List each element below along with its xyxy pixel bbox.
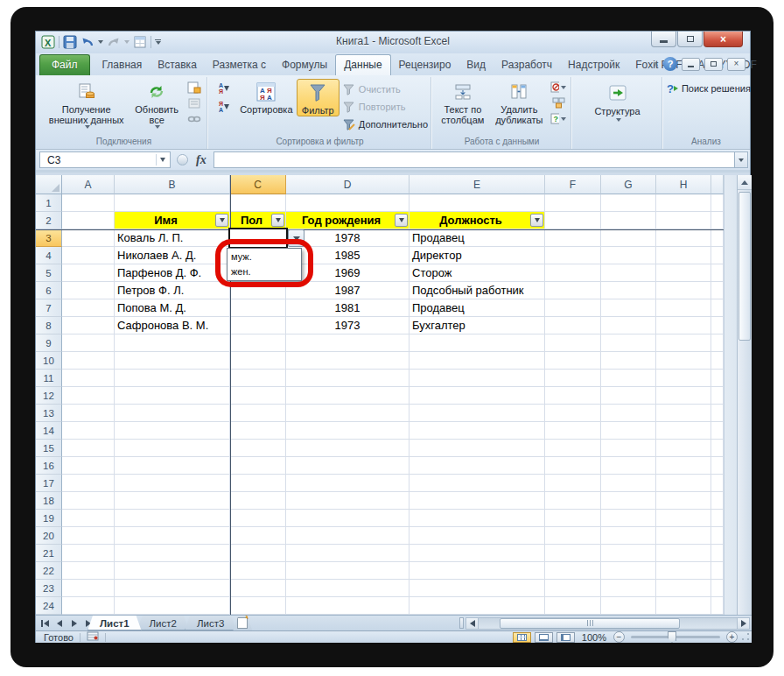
- cell-C17[interactable]: [230, 475, 286, 492]
- row-header-10[interactable]: 10: [36, 352, 62, 370]
- consolidate-icon[interactable]: [550, 96, 566, 109]
- cell-G22[interactable]: [601, 562, 656, 580]
- cell-B4[interactable]: Николаев А. Д.: [115, 247, 230, 264]
- doc-restore-button[interactable]: [704, 58, 723, 71]
- ribbon-tab-9[interactable]: Разработч: [494, 55, 560, 75]
- cell-B24[interactable]: [115, 597, 230, 615]
- cell-F7[interactable]: [545, 299, 601, 317]
- cell-D15[interactable]: [286, 440, 410, 457]
- insert-function-icon[interactable]: fx: [196, 153, 206, 167]
- cell-B13[interactable]: [115, 405, 230, 422]
- cell-A21[interactable]: [62, 545, 115, 562]
- horizontal-scrollbar-thumb[interactable]: [500, 618, 680, 629]
- cell-F10[interactable]: [545, 352, 601, 370]
- cell-G1[interactable]: [601, 194, 656, 212]
- cell-D24[interactable]: [286, 597, 410, 615]
- cell-H3[interactable]: [656, 229, 711, 247]
- data-validation-icon[interactable]: [550, 81, 566, 94]
- cell-A13[interactable]: [62, 405, 115, 422]
- cell-B1[interactable]: [115, 194, 230, 212]
- cell-B20[interactable]: [115, 527, 230, 545]
- cell-C11[interactable]: [230, 370, 286, 387]
- cell-D16[interactable]: [286, 457, 410, 475]
- row-header-3[interactable]: 3: [36, 229, 62, 247]
- cell-F3[interactable]: [545, 229, 601, 247]
- filter-dropdown-icon[interactable]: [395, 214, 408, 227]
- customize-qat-icon[interactable]: [155, 39, 161, 46]
- cell-C18[interactable]: [230, 492, 286, 510]
- cell-H2[interactable]: [656, 212, 711, 229]
- column-header-E[interactable]: E: [410, 175, 545, 194]
- zoom-slider[interactable]: [631, 636, 720, 638]
- cell-D10[interactable]: [286, 352, 410, 370]
- cell-D9[interactable]: [286, 334, 410, 352]
- cell-B11[interactable]: [115, 370, 230, 387]
- cell-A5[interactable]: [62, 264, 115, 282]
- row-header-16[interactable]: 16: [36, 457, 62, 475]
- page-break-view-button[interactable]: [556, 632, 575, 643]
- column-header-G[interactable]: G: [601, 175, 656, 194]
- cell-D14[interactable]: [286, 422, 410, 440]
- cell-F8[interactable]: [545, 317, 601, 334]
- cell-G16[interactable]: [601, 457, 656, 475]
- cell-A8[interactable]: [62, 317, 115, 334]
- cell-F13[interactable]: [545, 405, 601, 422]
- cell-B5[interactable]: Парфенов Д. Ф.: [115, 264, 230, 282]
- cell-F4[interactable]: [545, 247, 601, 264]
- normal-view-button[interactable]: [513, 632, 531, 643]
- connection-properties-icon[interactable]: [186, 81, 202, 94]
- cell-D20[interactable]: [286, 527, 410, 545]
- cell-G23[interactable]: [601, 580, 656, 597]
- cell-B12[interactable]: [115, 387, 230, 405]
- cell-D23[interactable]: [286, 580, 410, 597]
- cell-F1[interactable]: [545, 194, 601, 212]
- cell-H6[interactable]: [656, 282, 711, 299]
- cell-C9[interactable]: [230, 334, 286, 352]
- cell-H1[interactable]: [656, 194, 711, 212]
- doc-minimize-button[interactable]: [682, 58, 700, 71]
- row-header-4[interactable]: 4: [36, 247, 62, 264]
- cell-F15[interactable]: [545, 440, 601, 457]
- save-icon[interactable]: [63, 35, 77, 49]
- cell-H19[interactable]: [656, 510, 711, 527]
- cell-B10[interactable]: [115, 352, 230, 370]
- cell-F11[interactable]: [545, 370, 601, 387]
- row-header-6[interactable]: 6: [36, 282, 62, 299]
- first-sheet-icon[interactable]: [38, 617, 51, 629]
- cell-E18[interactable]: [410, 492, 545, 510]
- cell-E22[interactable]: [410, 562, 545, 580]
- column-header-B[interactable]: B: [115, 175, 230, 194]
- ribbon-tab-6[interactable]: Данные: [335, 54, 390, 75]
- cell-G21[interactable]: [601, 545, 656, 562]
- cell-C14[interactable]: [230, 422, 286, 440]
- tab-split-handle[interactable]: [459, 617, 464, 629]
- cell-E24[interactable]: [410, 597, 545, 615]
- cell-E23[interactable]: [410, 580, 545, 597]
- column-header-H[interactable]: H: [656, 175, 711, 194]
- filter-dropdown-icon[interactable]: [530, 214, 543, 227]
- name-box[interactable]: C3: [39, 151, 171, 168]
- cell-A1[interactable]: [62, 194, 115, 212]
- zoom-in-icon[interactable]: +: [726, 631, 738, 643]
- cell-B2[interactable]: Имя: [115, 212, 230, 229]
- cell-C12[interactable]: [230, 387, 286, 405]
- cell-B18[interactable]: [115, 492, 230, 510]
- cell-A10[interactable]: [62, 352, 115, 370]
- cell-E7[interactable]: Продавец: [410, 299, 545, 317]
- cell-F14[interactable]: [545, 422, 601, 440]
- horizontal-scroll-track[interactable]: [479, 617, 737, 630]
- cell-B15[interactable]: [115, 440, 230, 457]
- row-header-19[interactable]: 19: [36, 510, 62, 527]
- cell-E19[interactable]: [410, 510, 545, 527]
- insert-sheet-button[interactable]: [233, 616, 252, 630]
- cell-D22[interactable]: [286, 562, 410, 580]
- cell-A7[interactable]: [62, 299, 115, 317]
- row-header-14[interactable]: 14: [36, 422, 62, 440]
- cell-E3[interactable]: Продавец: [410, 229, 545, 247]
- cell-H20[interactable]: [656, 527, 711, 545]
- cell-D19[interactable]: [286, 510, 410, 527]
- row-header-23[interactable]: 23: [36, 580, 62, 597]
- cell-G4[interactable]: [601, 247, 656, 264]
- cell-G5[interactable]: [601, 264, 656, 282]
- cell-B7[interactable]: Попова М. Д.: [115, 299, 230, 317]
